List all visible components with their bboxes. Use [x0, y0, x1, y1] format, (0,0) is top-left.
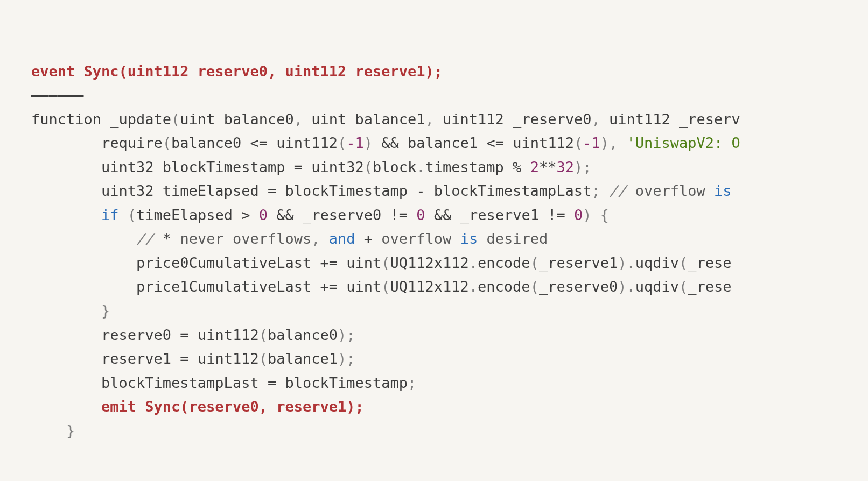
paren: ) — [618, 254, 626, 271]
eq: = — [180, 350, 188, 367]
stmt: blockTimestampLast — [101, 374, 268, 391]
and: && — [381, 135, 399, 151]
num: -1 — [346, 135, 364, 151]
sp — [373, 135, 381, 151]
indent — [31, 230, 136, 247]
paren: ( — [338, 135, 346, 151]
expr: uint112 — [189, 327, 259, 343]
paren: ( — [171, 111, 180, 128]
paren: ( — [259, 350, 268, 367]
paren: ( — [679, 278, 688, 295]
expr: _reserve0 — [294, 207, 390, 223]
paren: ( — [530, 254, 539, 271]
indent — [31, 182, 101, 199]
and: && — [276, 207, 294, 223]
sc: ; — [408, 374, 416, 391]
expr: block — [373, 159, 416, 175]
brace: { — [600, 207, 609, 223]
sp — [425, 207, 434, 223]
paren: ( — [163, 135, 171, 151]
paren: ) — [600, 135, 609, 151]
param: uint112 _reserv — [609, 111, 740, 128]
paren: ( — [381, 254, 390, 271]
sp — [119, 207, 128, 223]
expr: uint112 — [504, 135, 574, 151]
peq: += — [320, 254, 338, 271]
indent — [31, 135, 101, 151]
dot: . — [626, 254, 635, 271]
decl: uint32 blockTimestamp — [101, 159, 294, 175]
comment: overflow — [635, 182, 714, 199]
sc: ; — [346, 327, 355, 343]
expr: UQ112x112 — [390, 254, 469, 271]
num: 2 — [530, 159, 539, 175]
sp — [408, 207, 416, 223]
sp — [250, 207, 258, 223]
expr: uqdiv — [635, 254, 679, 271]
decl: uint32 timeElapsed — [101, 182, 268, 199]
comment: overflow — [373, 230, 460, 247]
paren: ( — [574, 135, 583, 151]
comment: never overflows — [171, 230, 311, 247]
paren: ) — [618, 278, 626, 295]
paren: ( — [530, 278, 539, 295]
dot: . — [469, 278, 478, 295]
expr: uint112 — [268, 135, 338, 151]
stmt: price1CumulativeLast — [136, 278, 320, 295]
lte: <= — [486, 135, 504, 151]
kw-if: if — [101, 207, 119, 223]
expr: uint112 — [189, 350, 259, 367]
indent — [31, 207, 101, 223]
sp — [434, 111, 443, 128]
event-decl: event Sync(uint112 reserve0, uint112 res… — [31, 63, 443, 80]
expr: uint32 — [303, 159, 364, 175]
dot: . — [416, 159, 425, 175]
paren: ) — [364, 135, 373, 151]
brace: } — [101, 302, 110, 319]
comma: , — [425, 111, 434, 128]
pct: % — [513, 159, 521, 175]
paren: ) — [574, 159, 583, 175]
and: && — [434, 207, 452, 223]
expr: uint — [338, 254, 381, 271]
indent — [31, 350, 101, 367]
paren: ( — [364, 159, 373, 175]
paren: ) — [338, 327, 346, 343]
star: * — [163, 230, 171, 247]
neq: != — [390, 207, 408, 223]
paren: ( — [679, 254, 688, 271]
indent — [31, 422, 66, 439]
comment-kw: is — [714, 182, 732, 199]
paren: ( — [381, 278, 390, 295]
sp — [521, 159, 530, 175]
lte: <= — [250, 135, 268, 151]
comment-slash: // — [136, 230, 163, 247]
expr: uqdiv — [635, 278, 679, 295]
emit-sync: emit Sync(reserve0, reserve1); — [101, 398, 364, 415]
expr: blockTimestampLast — [425, 182, 592, 199]
expr: balance1 — [399, 135, 487, 151]
eq: = — [268, 182, 276, 199]
expr: UQ112x112 — [390, 278, 469, 295]
param: uint112 _reserve0 — [443, 111, 591, 128]
paren: ) — [583, 207, 591, 223]
indent — [31, 398, 101, 415]
sc: ; — [583, 159, 591, 175]
sp — [268, 207, 276, 223]
expr: _reserve1 — [539, 254, 618, 271]
pow: ** — [539, 159, 557, 175]
sp — [320, 230, 328, 247]
expr: timestamp — [425, 159, 513, 175]
sp — [600, 111, 609, 128]
num: 0 — [416, 207, 425, 223]
comment-kw: and — [329, 230, 355, 247]
dot: . — [469, 254, 478, 271]
sp — [618, 135, 626, 151]
expr: timeElapsed — [136, 207, 241, 223]
paren: ( — [259, 327, 268, 343]
num: 0 — [574, 207, 583, 223]
eq: = — [294, 159, 303, 175]
indent — [31, 302, 101, 319]
expr: _rese — [688, 278, 731, 295]
expr: _reserve0 — [539, 278, 618, 295]
